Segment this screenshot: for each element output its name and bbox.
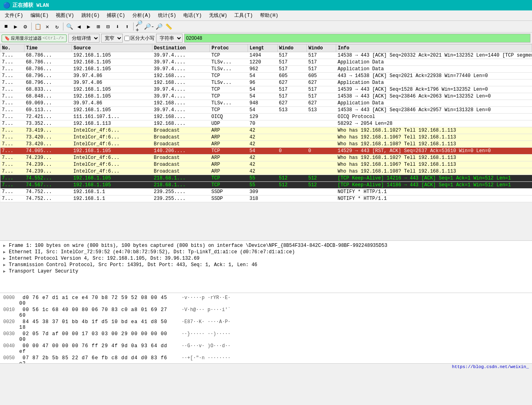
table-row[interactable]: 7...68.786...192.168.1.10539.97.4....TLS… — [0, 59, 532, 66]
hex-offset: 0010 — [3, 307, 19, 318]
hex-bytes: 00 56 1c 68 40 00 80 06 70 83 c0 a8 01 6… — [19, 307, 172, 318]
menu-item-统计(S)[interactable]: 统计(S) — [155, 11, 180, 20]
menu-item-文件(F)[interactable]: 文件(F) — [2, 11, 26, 20]
toolbar-button[interactable]: ⚙ — [21, 22, 30, 31]
table-row[interactable]: 7...72.421...111.161.107.1...192.168....… — [0, 114, 532, 120]
table-cell: 73.419... — [24, 127, 71, 134]
table-row[interactable]: 7...73.419...IntelCor_4f:6...BroadcastAR… — [0, 127, 532, 134]
table-row[interactable]: 7...74.239...IntelCor_4f:6...BroadcastAR… — [0, 155, 532, 161]
toolbar-button[interactable]: ⊟ — [104, 22, 112, 31]
table-cell: 7... — [0, 141, 24, 148]
menu-item-捕获(C)[interactable]: 捕获(C) — [104, 11, 128, 20]
table-row[interactable]: 7...68.848...192.168.1.10539.97.4....TCP… — [0, 93, 532, 100]
type-select[interactable]: 字符串 — [156, 34, 183, 43]
table-cell: ARP — [210, 168, 248, 175]
toolbar-button[interactable]: 🔎 — [154, 22, 163, 31]
case-sensitive-checkbox[interactable] — [124, 36, 130, 41]
table-row[interactable]: 7...74.239...IntelCor_4f:6...BroadcastAR… — [0, 161, 532, 168]
table-cell: NOTIFY * HTTP/1.1 — [336, 189, 532, 195]
table-row[interactable]: 7...69.113...192.168.1.10539.97.4....TCP… — [0, 107, 532, 114]
table-row[interactable]: 7...74.752...192.168.1.1239.255....SSDP3… — [0, 189, 532, 195]
table-row[interactable]: 7...68.786...192.168.1.10539.97.4....TCP… — [0, 52, 532, 59]
table-cell: 627 — [307, 79, 336, 86]
detail-arrow: ▶ — [3, 243, 7, 248]
toolbar-button[interactable]: ⬆ — [123, 22, 132, 31]
table-cell: 1494 — [248, 52, 277, 59]
hex-offset: 0050 — [3, 355, 19, 363]
table-row[interactable]: 7...74.567...192.168.1.105218.68.1...TCP… — [0, 182, 532, 189]
toolbar-button[interactable]: 📋 — [33, 22, 42, 31]
table-cell: Broadcast — [152, 168, 210, 175]
menu-item-视图(V)[interactable]: 视图(V) — [53, 11, 77, 20]
toolbar: ■▶⚙📋✕↻🔍◀▶⊞⊟⬇⬆🔎+🔎-🔎📏 — [0, 21, 532, 33]
table-cell: 309 — [248, 189, 277, 195]
table-cell: 55 — [248, 182, 277, 189]
menu-item-无线(W)[interactable]: 无线(W) — [206, 11, 231, 20]
table-cell: 68.786... — [24, 59, 71, 66]
toolbar-button[interactable]: ⬇ — [113, 22, 122, 31]
table-cell: 54 — [248, 107, 277, 114]
table-row[interactable]: 7...73.352...192.168.1.113192.168....UDP… — [0, 120, 532, 127]
table-row[interactable]: 7...74.752...192.168.1.1239.255....SSDP3… — [0, 195, 532, 202]
status-bar: https://blog.csdn.net/weixin_ — [0, 363, 532, 370]
menu-item-电话(Y)[interactable]: 电话(Y) — [180, 11, 205, 20]
toolbar-button[interactable]: 🔎+ — [135, 22, 144, 31]
table-cell — [277, 195, 307, 202]
table-cell: 7... — [0, 73, 24, 79]
table-cell: 42 — [248, 161, 277, 168]
table-cell: 517 — [307, 93, 336, 100]
detail-line[interactable]: ▶Internet Protocol Version 4, Src: 192.1… — [3, 255, 529, 262]
table-cell: 69.113... — [24, 107, 71, 114]
filter-value-input[interactable]: 020048 — [184, 34, 530, 43]
toolbar-button[interactable]: ▶ — [11, 22, 20, 31]
menu-item-帮助(H)[interactable]: 帮助(H) — [257, 11, 282, 20]
menu-item-分析(A)[interactable]: 分析(A) — [129, 11, 154, 20]
hex-bytes: d0 76 e7 d1 a1 ce e4 70 b8 72 59 52 08 0… — [19, 295, 172, 306]
detail-line[interactable]: ▶Ethernet II, Src: IntelCor_72:59:52 (e4… — [3, 249, 529, 255]
table-cell: 513 — [277, 107, 307, 114]
toolbar-button[interactable]: ⊞ — [94, 22, 103, 31]
packet-list-container[interactable]: No. Time Source Destination Protoc Lengt… — [0, 44, 532, 241]
toolbar-button[interactable]: 📏 — [164, 22, 173, 31]
table-row[interactable]: 7...68.796...39.97.4.86192.168....TCP546… — [0, 73, 532, 79]
menu-item-编辑(E)[interactable]: 编辑(E) — [27, 11, 52, 20]
hex-offset: 0040 — [3, 343, 19, 354]
detail-line[interactable]: ▶Frame 1: 100 bytes on wire (800 bits), … — [3, 242, 529, 249]
toolbar-button[interactable]: ■ — [2, 22, 10, 31]
table-row[interactable]: 7...74.239...IntelCor_4f:6...BroadcastAR… — [0, 168, 532, 175]
table-cell: 111.161.107.1... — [72, 114, 152, 120]
toolbar-separator — [63, 22, 63, 31]
width-select[interactable]: 宽窄 — [101, 34, 123, 43]
table-row[interactable]: 7...68.786...192.168.1.10539.97.4....TLS… — [0, 66, 532, 73]
table-cell: 627 — [277, 100, 307, 107]
table-cell: 68.796... — [24, 73, 71, 79]
table-row[interactable]: 7...73.420...IntelCor_4f:6...BroadcastAR… — [0, 134, 532, 141]
menu-item-跳转(G)[interactable]: 跳转(G) — [78, 11, 103, 20]
table-row[interactable]: 7...68.796...39.97.4.86192.168....TLSv..… — [0, 79, 532, 86]
table-row[interactable]: 7...74.005...192.168.1.105140.206....TCP… — [0, 148, 532, 155]
toolbar-separator — [133, 22, 134, 31]
table-cell: 192.168.1.105 — [72, 93, 152, 100]
table-cell: 192.168.1.105 — [72, 182, 152, 189]
detail-line[interactable]: ▶Transport Layer Security — [3, 268, 529, 275]
toolbar-button[interactable]: ↻ — [53, 22, 61, 31]
table-cell: 192.168.1.113 — [72, 120, 152, 127]
detail-line[interactable]: ▶Transmission Control Protocol, Src Port… — [3, 262, 529, 268]
toolbar-separator — [31, 22, 32, 31]
table-cell: TLSv... — [210, 100, 248, 107]
toolbar-button[interactable]: 🔍 — [65, 22, 74, 31]
toolbar-button[interactable]: ▶ — [84, 22, 93, 31]
section-select[interactable]: 分组详情 — [68, 34, 99, 43]
case-sensitive-label[interactable]: 区分大小写 — [124, 35, 154, 42]
table-row[interactable]: 7...69.069...39.97.4.86192.168....TLSv..… — [0, 100, 532, 107]
toolbar-button[interactable]: ◀ — [75, 22, 83, 31]
table-row[interactable]: 7...74.552...192.168.1.105218.68.1...TCP… — [0, 175, 532, 182]
title-text: 正在捕获 WLAN — [12, 2, 49, 9]
table-row[interactable]: 7...68.833...192.168.1.10539.97.4....TCP… — [0, 86, 532, 93]
toolbar-button[interactable]: ✕ — [43, 22, 52, 31]
table-cell: 7... — [0, 134, 24, 141]
table-row[interactable]: 7...73.420...IntelCor_4f:6...BroadcastAR… — [0, 141, 532, 148]
table-cell: 68.833... — [24, 86, 71, 93]
toolbar-button[interactable]: 🔎- — [145, 22, 154, 31]
menu-item-工具(T)[interactable]: 工具(T) — [231, 11, 256, 20]
